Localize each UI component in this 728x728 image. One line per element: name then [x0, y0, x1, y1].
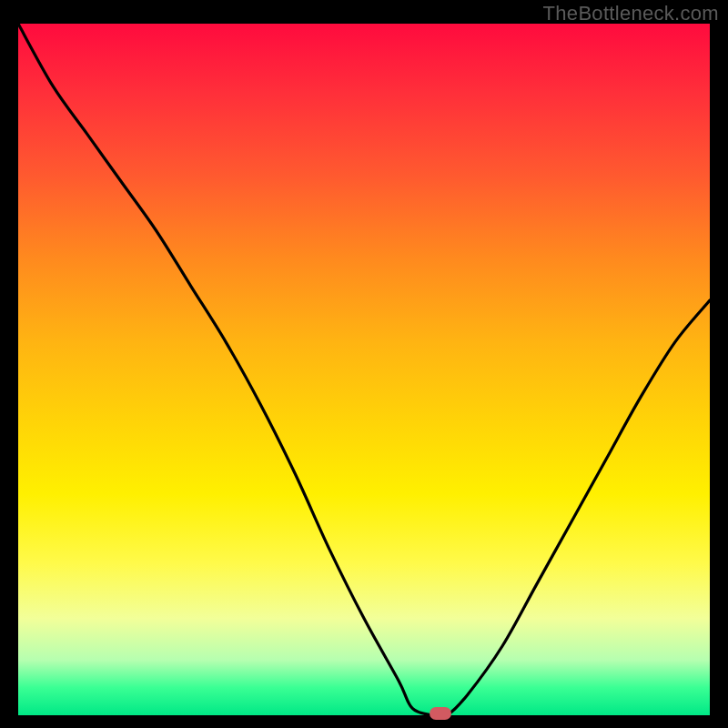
optimal-marker — [430, 707, 451, 720]
plot-area — [18, 24, 710, 715]
watermark-text: TheBottleneck.com — [543, 2, 719, 25]
chart-frame: TheBottleneck.com — [0, 0, 728, 728]
bottleneck-curve — [18, 24, 710, 715]
curve-layer — [18, 24, 710, 715]
